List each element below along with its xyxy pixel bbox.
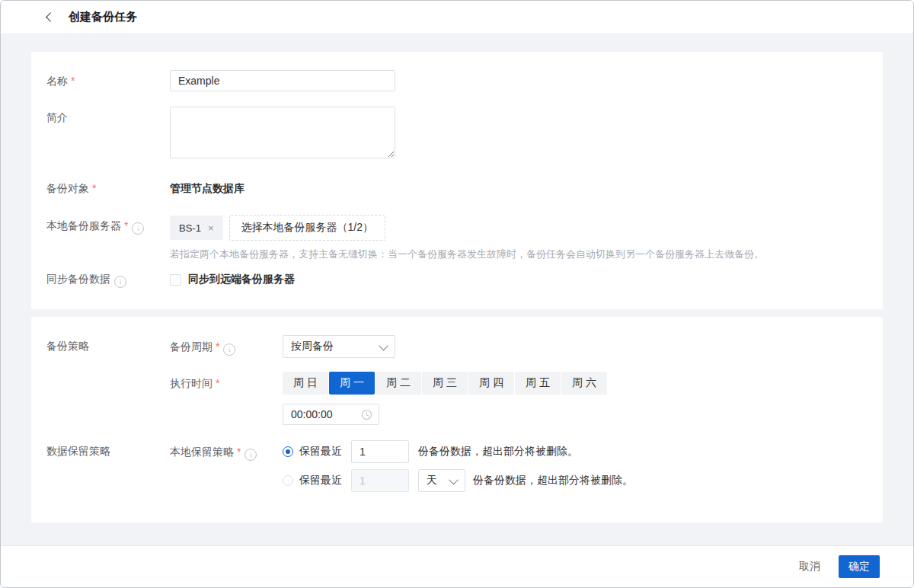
unit-select-value: 天 (427, 474, 437, 487)
required-asterisk: * (124, 219, 128, 232)
sync-row: 同步备份数据 同步到远端备份服务器 (46, 260, 868, 288)
local-server-label-text: 本地备份服务器 (46, 219, 121, 232)
description-textarea[interactable] (170, 107, 395, 158)
by-count-prefix: 保留最近 (299, 445, 342, 459)
sync-checkbox-label: 同步到远端备份服务器 (188, 273, 295, 286)
weekday-button-2[interactable]: 周 一 (329, 372, 375, 395)
weekday-button-4[interactable]: 周 三 (422, 372, 468, 395)
by-days-suffix: 份备份数据，超出部分将被删除。 (473, 474, 633, 487)
name-label: 名称* (46, 70, 170, 88)
backup-object-row: 备份对象* 管理节点数据库 (46, 177, 868, 195)
retention-group-label: 数据保留策略 (46, 440, 170, 458)
sync-label-text: 同步备份数据 (46, 273, 110, 285)
retention-by-count-option: 保留最近 份备份数据，超出部分将被删除。 (283, 440, 868, 463)
required-asterisk: * (92, 182, 96, 194)
local-server-label: 本地备份服务器* (46, 215, 170, 235)
weekday-button-3[interactable]: 周 二 (376, 372, 421, 395)
required-asterisk: * (237, 446, 241, 458)
weekday-button-1[interactable]: 周 日 (283, 372, 328, 395)
exec-time-row: 执行时间* 周 日周 一周 二周 三周 四周 五周 六 (46, 372, 868, 425)
cancel-button[interactable]: 取消 (799, 560, 820, 574)
description-label: 简介 (46, 107, 170, 124)
retention-count-input[interactable] (351, 440, 409, 463)
strategy-card: 备份策略 备份周期* 按周备份 执行时间* 周 日周 一周 二周 三周 (31, 317, 883, 522)
chevron-down-icon (379, 340, 388, 350)
basic-info-card: 名称* 简介 备份对象* 管理节点数据库 (31, 52, 883, 309)
backup-cycle-select[interactable]: 按周备份 (283, 335, 395, 358)
chevron-left-icon (46, 12, 56, 22)
page-header: 创建备份任务 (1, 1, 913, 34)
confirm-button[interactable]: 确定 (839, 555, 880, 578)
spacer (46, 372, 170, 375)
name-label-text: 名称 (46, 75, 68, 87)
backup-cycle-label-text: 备份周期 (170, 340, 213, 353)
form-area: 名称* 简介 备份对象* 管理节点数据库 (1, 34, 913, 545)
required-asterisk: * (216, 377, 219, 389)
name-row: 名称* (46, 70, 868, 91)
by-count-suffix: 份备份数据，超出部分将被删除。 (418, 445, 578, 459)
retention-days-input[interactable] (351, 469, 409, 492)
backup-cycle-row: 备份策略 备份周期* 按周备份 (46, 335, 868, 358)
local-policy-label: 本地保留策略* (170, 440, 283, 461)
server-tag-label: BS-1 (179, 222, 201, 234)
weekday-group: 周 日周 一周 二周 三周 四周 五周 六 (283, 372, 868, 395)
server-tag: BS-1 × (170, 216, 223, 240)
backup-cycle-value: 按周备份 (291, 340, 334, 353)
required-asterisk: * (216, 340, 219, 353)
sync-label: 同步备份数据 (46, 260, 170, 288)
retention-row: 数据保留策略 本地保留策略* 保留最近 份备份数据，超出部分将被删除。 保留最近 (46, 440, 868, 492)
info-icon[interactable] (114, 276, 126, 288)
sync-checkbox[interactable] (170, 274, 181, 286)
back-button[interactable] (42, 9, 59, 26)
retention-by-days-option: 保留最近 天 份备份数据，超出部分将被删除。 (283, 469, 868, 492)
weekday-button-5[interactable]: 周 四 (468, 372, 514, 395)
by-days-prefix: 保留最近 (299, 474, 342, 487)
required-asterisk: * (71, 75, 75, 87)
description-label-text: 简介 (46, 111, 68, 123)
local-server-row: 本地备份服务器* BS-1 × 选择本地备份服务器（1/2） 若指定两个本地备份… (46, 215, 868, 260)
backup-object-label-text: 备份对象 (46, 182, 89, 194)
footer-bar: 取消 确定 (1, 545, 913, 587)
radio-by-count[interactable] (283, 446, 293, 457)
time-input[interactable] (283, 404, 379, 425)
name-input[interactable] (170, 70, 395, 91)
select-server-button[interactable]: 选择本地备份服务器（1/2） (229, 215, 385, 241)
info-icon[interactable] (132, 222, 144, 235)
chevron-down-icon (449, 475, 459, 484)
backup-object-label: 备份对象* (46, 177, 170, 195)
radio-by-days[interactable] (283, 475, 293, 486)
strategy-group-label: 备份策略 (46, 335, 170, 353)
page-title: 创建备份任务 (69, 10, 137, 24)
exec-time-label-text: 执行时间 (170, 377, 213, 389)
local-policy-label-text: 本地保留策略 (170, 446, 234, 458)
info-icon[interactable] (244, 449, 257, 461)
create-backup-task-page: 创建备份任务 名称* 简介 (0, 0, 914, 588)
tag-close-icon[interactable]: × (208, 223, 214, 233)
unit-select[interactable]: 天 (418, 469, 465, 492)
backup-object-value: 管理节点数据库 (170, 177, 868, 195)
server-hint-text: 若指定两个本地备份服务器，支持主备无缝切换：当一个备份服务器发生故障时，备份任务… (170, 248, 868, 260)
info-icon[interactable] (223, 344, 235, 356)
weekday-button-7[interactable]: 周 六 (561, 372, 607, 395)
weekday-button-6[interactable]: 周 五 (515, 372, 561, 395)
backup-cycle-label: 备份周期* (170, 335, 283, 356)
exec-time-label: 执行时间* (170, 372, 283, 390)
description-row: 简介 (46, 107, 868, 161)
